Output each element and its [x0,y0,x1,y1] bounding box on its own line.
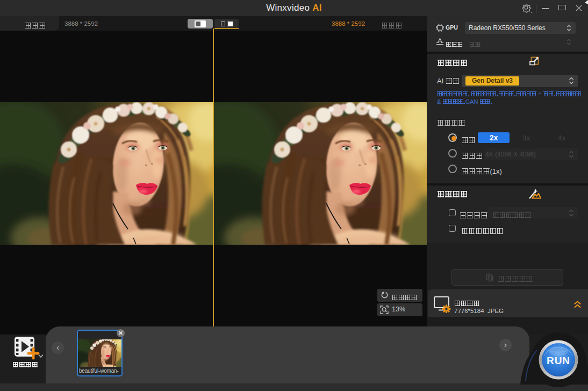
svg-text:RUN: RUN [547,355,570,366]
